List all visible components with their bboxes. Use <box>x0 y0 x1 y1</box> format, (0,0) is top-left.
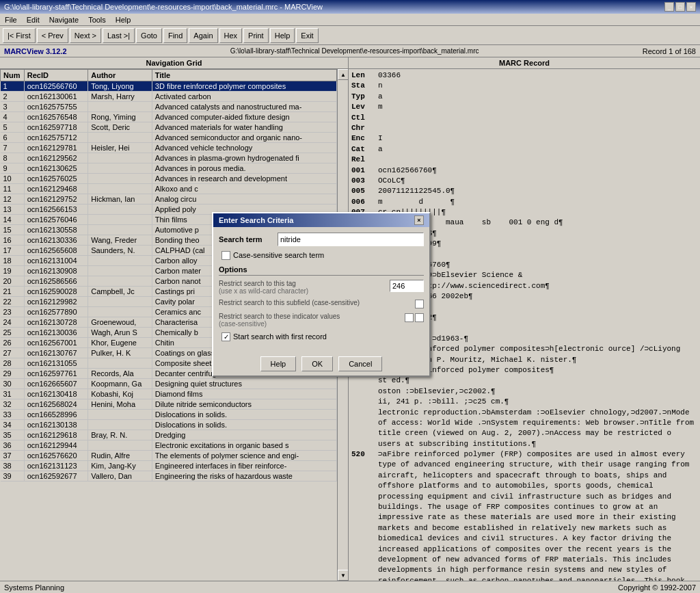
restrict-indicator-description: Restrict search to these indicator value… <box>219 313 401 328</box>
search-dialog: Enter Search Criteria × Search term Case… <box>212 212 431 377</box>
dialog-cancel-button[interactable]: Cancel <box>338 356 382 371</box>
case-sensitive-row: Case-sensitive search term <box>221 250 424 260</box>
restrict-subfield-row: Restrict search to this subfield (case-s… <box>219 299 424 308</box>
dialog-title-bar: Enter Search Criteria × <box>213 213 429 227</box>
case-sensitive-checkbox[interactable] <box>221 251 230 260</box>
start-first-label: Start search with first record <box>233 332 327 341</box>
dialog-title-text: Enter Search Criteria <box>219 216 293 224</box>
start-first-row: ✓ Start search with first record <box>221 332 424 341</box>
dialog-footer: Help OK Cancel <box>213 352 429 375</box>
restrict-indicator-checkbox1[interactable] <box>405 313 414 322</box>
case-sensitive-label: Case-sensitive search term <box>233 251 324 259</box>
restrict-indicator-row: Restrict search to these indicator value… <box>219 313 424 328</box>
search-term-row: Search term <box>219 233 424 246</box>
dialog-help-button[interactable]: Help <box>260 356 297 371</box>
restrict-tag-row: Restrict search to this tag (use x as wi… <box>219 280 424 295</box>
restrict-subfield-checkbox[interactable] <box>415 300 424 308</box>
dialog-close-button[interactable]: × <box>414 215 424 225</box>
restrict-tag-input[interactable] <box>390 280 424 292</box>
dialog-ok-button[interactable]: OK <box>301 356 333 371</box>
restrict-subfield-description: Restrict search to this subfield (case-s… <box>219 299 411 306</box>
restrict-indicator-checkbox2[interactable] <box>415 313 424 322</box>
options-section-label: Options <box>219 265 424 276</box>
start-first-checkbox[interactable]: ✓ <box>221 332 230 341</box>
search-term-input[interactable] <box>278 233 424 246</box>
restrict-tag-description: Restrict search to this tag (use x as wi… <box>219 280 386 295</box>
search-term-label: Search term <box>219 235 273 243</box>
dialog-body: Search term Case-sensitive search term O… <box>213 227 429 352</box>
dialog-overlay: Enter Search Criteria × Search term Case… <box>0 0 700 593</box>
